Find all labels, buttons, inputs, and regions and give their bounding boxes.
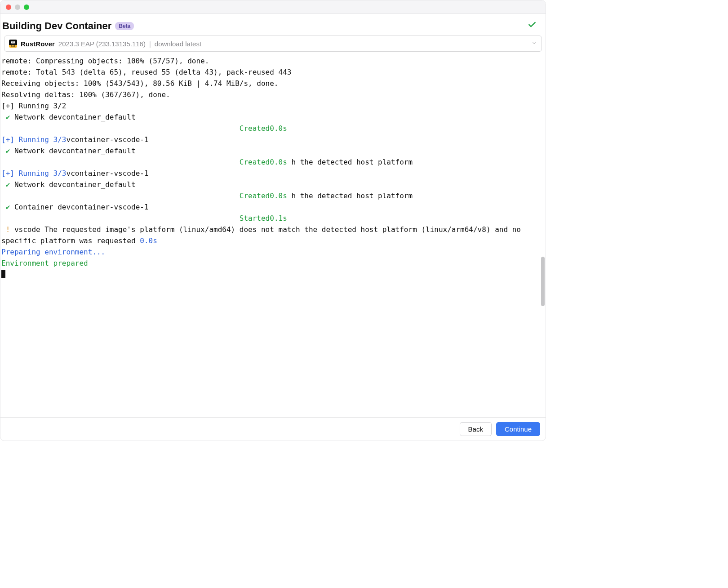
preparing-env: Preparing environment...	[1, 248, 105, 256]
log-line: Receiving objects: 100% (543/543), 80.56…	[1, 79, 279, 88]
log-line: vcontainer-vscode-1	[67, 135, 149, 144]
warning-icon: !	[1, 225, 14, 234]
duration: 0.1s	[270, 214, 287, 223]
log-line: Network devcontainer_default	[14, 147, 157, 155]
status-started: Started	[1, 214, 270, 223]
log-line: Network devcontainer_default	[14, 113, 157, 121]
check-icon: ✔	[1, 180, 14, 189]
scrollbar-thumb[interactable]	[541, 257, 545, 306]
dialog-footer: Back Continue	[0, 417, 546, 441]
warning-text: vscode The requested image's platform (l…	[1, 225, 525, 245]
env-prepared: Environment prepared	[1, 259, 88, 267]
status-success-icon	[528, 20, 541, 32]
status-created: Created	[1, 192, 270, 200]
log-line: vcontainer-vscode-1	[67, 169, 149, 178]
log-line: [+] Running 3/2	[1, 102, 67, 110]
check-icon: ✔	[1, 147, 14, 155]
window-zoom-button[interactable]	[24, 4, 29, 10]
continue-button[interactable]: Continue	[496, 422, 540, 436]
terminal-cursor	[1, 270, 5, 278]
check-icon: ✔	[1, 113, 14, 121]
running-status: [+] Running 3/3	[1, 135, 67, 144]
window-close-button[interactable]	[6, 4, 11, 10]
status-created: Created	[1, 158, 270, 166]
check-icon: ✔	[1, 203, 14, 211]
back-button[interactable]: Back	[460, 422, 492, 436]
dialog-window: Building Dev Container Beta RR EAP RustR…	[0, 0, 546, 441]
status-created: Created	[1, 124, 270, 133]
duration: 0.0s	[270, 192, 291, 200]
log-line: Network devcontainer_default	[14, 180, 157, 189]
ide-selector[interactable]: RR EAP RustRover 2023.3 EAP (233.13135.1…	[4, 36, 542, 52]
log-line: Container devcontainer-vscode-1	[14, 203, 157, 211]
ide-name: RustRover	[21, 40, 55, 48]
build-log[interactable]: remote: Compressing objects: 100% (57/57…	[0, 54, 546, 417]
rustrover-icon: RR EAP	[9, 40, 17, 48]
running-status: [+] Running 3/3	[1, 169, 67, 178]
log-line: Resolving deltas: 100% (367/367), done.	[1, 90, 170, 99]
beta-badge: Beta	[115, 22, 134, 30]
console-wrap: remote: Compressing objects: 100% (57/57…	[0, 54, 546, 417]
download-latest-link[interactable]: download latest	[155, 40, 201, 48]
titlebar	[0, 0, 546, 14]
ide-version: 2023.3 EAP (233.13135.116)	[58, 40, 146, 48]
dialog-header: Building Dev Container Beta	[0, 14, 546, 36]
chevron-down-icon	[532, 40, 537, 47]
duration: 0.0s	[270, 158, 291, 166]
log-line: remote: Total 543 (delta 65), reused 55 …	[1, 68, 291, 76]
window-minimize-button[interactable]	[15, 4, 20, 10]
dialog-title: Building Dev Container	[2, 20, 111, 32]
separator: |	[149, 40, 151, 48]
duration: 0.0s	[140, 236, 157, 245]
log-line: remote: Compressing objects: 100% (57/57…	[1, 57, 209, 65]
duration: 0.0s	[270, 124, 287, 133]
log-line: h the detected host platform	[291, 192, 417, 200]
log-line: h the detected host platform	[291, 158, 417, 166]
